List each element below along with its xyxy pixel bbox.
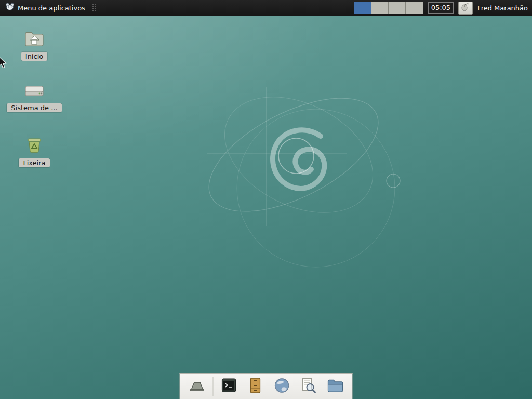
workspace-4[interactable] xyxy=(406,2,423,14)
file-cabinet-launcher[interactable] xyxy=(244,376,268,397)
web-browser-globe-icon xyxy=(273,376,291,396)
home-folder-icon xyxy=(24,30,44,49)
web-browser-launcher[interactable] xyxy=(270,376,294,397)
dock-separator xyxy=(213,377,214,396)
show-desktop-icon xyxy=(188,376,207,396)
desktop-screen: Menu de aplicativos 05:05 Fred Maranhão xyxy=(0,0,532,399)
filesystem-drive-icon xyxy=(24,83,45,101)
desktop-icon-label: Lixeira xyxy=(19,158,49,167)
folder-icon xyxy=(326,376,344,396)
top-panel: Menu de aplicativos 05:05 Fred Maranhão xyxy=(0,0,532,16)
file-manager-launcher[interactable] xyxy=(323,376,347,397)
workspace-switcher[interactable] xyxy=(354,2,423,14)
panel-right-section: 05:05 Fred Maranhão xyxy=(354,0,529,16)
desktop-workspace[interactable]: Início Sistema de ... Lix xyxy=(0,16,532,399)
username-label: Fred Maranhão xyxy=(477,4,529,12)
debian-swirl-watermark xyxy=(0,16,532,399)
mouse-cursor xyxy=(0,56,7,71)
application-finder-launcher[interactable] xyxy=(297,376,321,397)
workspace-2[interactable] xyxy=(371,2,389,14)
show-desktop-button[interactable] xyxy=(185,376,209,397)
panel-grip-handle[interactable] xyxy=(92,3,96,12)
terminal-icon xyxy=(220,376,238,396)
panel-left-section: Menu de aplicativos xyxy=(3,0,96,16)
file-cabinet-icon xyxy=(246,376,265,396)
workspace-3[interactable] xyxy=(389,2,406,14)
workspace-1[interactable] xyxy=(354,2,371,14)
mouse-settings-tray-button[interactable] xyxy=(458,2,473,15)
applications-menu-button[interactable]: Menu de aplicativos xyxy=(3,1,87,15)
clock: 05:05 xyxy=(428,2,454,14)
desktop-icon-trash[interactable]: Lixeira xyxy=(9,136,59,167)
bottom-dock-panel xyxy=(180,373,353,399)
terminal-launcher[interactable] xyxy=(217,376,241,397)
desktop-icon-label: Sistema de ... xyxy=(7,103,61,112)
desktop-icon-filesystem[interactable]: Sistema de ... xyxy=(9,83,59,112)
xfce-logo-icon xyxy=(5,2,15,14)
mouse-device-icon xyxy=(461,3,470,13)
trash-icon xyxy=(25,136,43,156)
desktop-icon-home[interactable]: Início xyxy=(9,30,59,61)
search-document-icon xyxy=(299,376,318,396)
desktop-icon-label: Início xyxy=(21,52,47,61)
applications-menu-label: Menu de aplicativos xyxy=(18,4,85,12)
